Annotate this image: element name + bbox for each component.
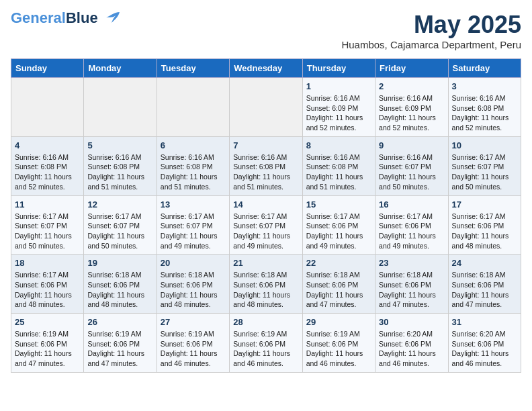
day-number: 24 <box>452 258 517 268</box>
day-number: 31 <box>452 317 517 327</box>
location-subtitle: Huambos, Cajamarca Department, Peru <box>341 39 521 50</box>
day-number: 29 <box>306 317 371 327</box>
calendar-cell: 27Sunrise: 6:19 AM Sunset: 6:06 PM Dayli… <box>157 314 229 373</box>
day-number: 11 <box>15 199 80 210</box>
day-number: 9 <box>379 140 444 150</box>
day-info: Sunrise: 6:19 AM Sunset: 6:06 PM Dayligh… <box>306 329 371 369</box>
day-info: Sunrise: 6:18 AM Sunset: 6:06 PM Dayligh… <box>161 270 226 310</box>
calendar-cell <box>11 78 84 137</box>
calendar-cell: 19Sunrise: 6:18 AM Sunset: 6:06 PM Dayli… <box>84 255 157 314</box>
header-row: SundayMondayTuesdayWednesdayThursdayFrid… <box>11 59 521 78</box>
day-info: Sunrise: 6:17 AM Sunset: 6:07 PM Dayligh… <box>452 152 517 192</box>
day-info: Sunrise: 6:20 AM Sunset: 6:06 PM Dayligh… <box>379 329 444 369</box>
calendar-table: SundayMondayTuesdayWednesdayThursdayFrid… <box>11 58 521 373</box>
day-number: 15 <box>306 199 371 210</box>
day-number: 8 <box>306 140 371 150</box>
calendar-cell: 30Sunrise: 6:20 AM Sunset: 6:06 PM Dayli… <box>375 314 448 373</box>
calendar-cell: 4Sunrise: 6:16 AM Sunset: 6:08 PM Daylig… <box>11 136 84 195</box>
day-info: Sunrise: 6:16 AM Sunset: 6:08 PM Dayligh… <box>452 93 517 133</box>
day-number: 17 <box>452 199 517 210</box>
logo-general: General <box>11 9 66 26</box>
day-number: 1 <box>306 81 371 91</box>
calendar-cell <box>230 78 302 137</box>
day-number: 4 <box>15 140 80 150</box>
calendar-cell: 24Sunrise: 6:18 AM Sunset: 6:06 PM Dayli… <box>448 255 521 314</box>
calendar-cell: 7Sunrise: 6:16 AM Sunset: 6:08 PM Daylig… <box>230 136 302 195</box>
logo-text: GeneralBlue <box>11 11 98 26</box>
calendar-cell: 21Sunrise: 6:18 AM Sunset: 6:06 PM Dayli… <box>230 255 302 314</box>
day-info: Sunrise: 6:16 AM Sunset: 6:08 PM Dayligh… <box>306 152 371 192</box>
calendar-cell: 6Sunrise: 6:16 AM Sunset: 6:08 PM Daylig… <box>157 136 229 195</box>
week-row-5: 25Sunrise: 6:19 AM Sunset: 6:06 PM Dayli… <box>11 314 521 373</box>
day-info: Sunrise: 6:18 AM Sunset: 6:06 PM Dayligh… <box>452 270 517 310</box>
day-number: 22 <box>306 258 371 268</box>
day-info: Sunrise: 6:17 AM Sunset: 6:07 PM Dayligh… <box>233 212 298 251</box>
day-info: Sunrise: 6:16 AM Sunset: 6:07 PM Dayligh… <box>379 152 444 192</box>
day-number: 14 <box>233 199 298 210</box>
day-number: 19 <box>87 258 152 268</box>
calendar-cell: 17Sunrise: 6:17 AM Sunset: 6:06 PM Dayli… <box>448 195 521 255</box>
calendar-cell: 29Sunrise: 6:19 AM Sunset: 6:06 PM Dayli… <box>302 314 375 373</box>
calendar-cell: 14Sunrise: 6:17 AM Sunset: 6:07 PM Dayli… <box>230 195 302 255</box>
calendar-cell: 15Sunrise: 6:17 AM Sunset: 6:06 PM Dayli… <box>302 195 375 255</box>
day-info: Sunrise: 6:17 AM Sunset: 6:07 PM Dayligh… <box>161 212 226 251</box>
calendar-cell: 31Sunrise: 6:20 AM Sunset: 6:06 PM Dayli… <box>448 314 521 373</box>
day-number: 10 <box>452 140 517 150</box>
title-area: May 2025 Huambos, Cajamarca Department, … <box>341 11 521 50</box>
day-info: Sunrise: 6:19 AM Sunset: 6:06 PM Dayligh… <box>233 329 298 369</box>
day-number: 16 <box>379 199 444 210</box>
calendar-cell: 16Sunrise: 6:17 AM Sunset: 6:06 PM Dayli… <box>375 195 448 255</box>
day-number: 21 <box>233 258 298 268</box>
day-info: Sunrise: 6:19 AM Sunset: 6:06 PM Dayligh… <box>15 329 80 369</box>
day-info: Sunrise: 6:17 AM Sunset: 6:06 PM Dayligh… <box>379 212 444 251</box>
day-number: 28 <box>233 317 298 327</box>
day-number: 3 <box>452 81 517 91</box>
day-number: 12 <box>87 199 152 210</box>
calendar-cell: 13Sunrise: 6:17 AM Sunset: 6:07 PM Dayli… <box>157 195 229 255</box>
calendar-header: SundayMondayTuesdayWednesdayThursdayFrid… <box>11 59 521 78</box>
calendar-cell: 2Sunrise: 6:16 AM Sunset: 6:09 PM Daylig… <box>375 78 448 137</box>
day-info: Sunrise: 6:17 AM Sunset: 6:07 PM Dayligh… <box>87 212 152 251</box>
day-info: Sunrise: 6:18 AM Sunset: 6:06 PM Dayligh… <box>87 270 152 310</box>
day-info: Sunrise: 6:18 AM Sunset: 6:06 PM Dayligh… <box>379 270 444 310</box>
day-number: 18 <box>15 258 80 268</box>
header-cell-friday: Friday <box>375 59 448 78</box>
calendar-cell: 12Sunrise: 6:17 AM Sunset: 6:07 PM Dayli… <box>84 195 157 255</box>
calendar-cell: 11Sunrise: 6:17 AM Sunset: 6:07 PM Dayli… <box>11 195 84 255</box>
calendar-cell: 8Sunrise: 6:16 AM Sunset: 6:08 PM Daylig… <box>302 136 375 195</box>
header-cell-wednesday: Wednesday <box>230 59 302 78</box>
calendar-cell: 22Sunrise: 6:18 AM Sunset: 6:06 PM Dayli… <box>302 255 375 314</box>
day-number: 30 <box>379 317 444 327</box>
day-number: 20 <box>161 258 226 268</box>
week-row-4: 18Sunrise: 6:17 AM Sunset: 6:06 PM Dayli… <box>11 255 521 314</box>
header-cell-tuesday: Tuesday <box>157 59 229 78</box>
logo-blue: Blue <box>66 9 98 26</box>
day-info: Sunrise: 6:19 AM Sunset: 6:06 PM Dayligh… <box>87 329 152 369</box>
day-number: 27 <box>161 317 226 327</box>
day-number: 13 <box>161 199 226 210</box>
calendar-cell: 3Sunrise: 6:16 AM Sunset: 6:08 PM Daylig… <box>448 78 521 137</box>
calendar-cell: 23Sunrise: 6:18 AM Sunset: 6:06 PM Dayli… <box>375 255 448 314</box>
day-number: 26 <box>87 317 152 327</box>
day-info: Sunrise: 6:16 AM Sunset: 6:08 PM Dayligh… <box>87 152 152 192</box>
calendar-cell: 5Sunrise: 6:16 AM Sunset: 6:08 PM Daylig… <box>84 136 157 195</box>
day-info: Sunrise: 6:16 AM Sunset: 6:08 PM Dayligh… <box>161 152 226 192</box>
month-title: May 2025 <box>341 11 521 39</box>
header-cell-thursday: Thursday <box>302 59 375 78</box>
week-row-2: 4Sunrise: 6:16 AM Sunset: 6:08 PM Daylig… <box>11 136 521 195</box>
day-info: Sunrise: 6:18 AM Sunset: 6:06 PM Dayligh… <box>233 270 298 310</box>
logo-bird-icon <box>101 11 122 26</box>
day-number: 25 <box>15 317 80 327</box>
header-cell-monday: Monday <box>84 59 157 78</box>
day-info: Sunrise: 6:16 AM Sunset: 6:08 PM Dayligh… <box>233 152 298 192</box>
day-info: Sunrise: 6:17 AM Sunset: 6:07 PM Dayligh… <box>15 212 80 251</box>
header-cell-sunday: Sunday <box>11 59 84 78</box>
day-info: Sunrise: 6:16 AM Sunset: 6:09 PM Dayligh… <box>306 93 371 133</box>
calendar-cell: 18Sunrise: 6:17 AM Sunset: 6:06 PM Dayli… <box>11 255 84 314</box>
day-number: 6 <box>161 140 226 150</box>
week-row-1: 1Sunrise: 6:16 AM Sunset: 6:09 PM Daylig… <box>11 78 521 137</box>
calendar-cell: 28Sunrise: 6:19 AM Sunset: 6:06 PM Dayli… <box>230 314 302 373</box>
day-number: 7 <box>233 140 298 150</box>
calendar-cell <box>84 78 157 137</box>
calendar-cell: 9Sunrise: 6:16 AM Sunset: 6:07 PM Daylig… <box>375 136 448 195</box>
